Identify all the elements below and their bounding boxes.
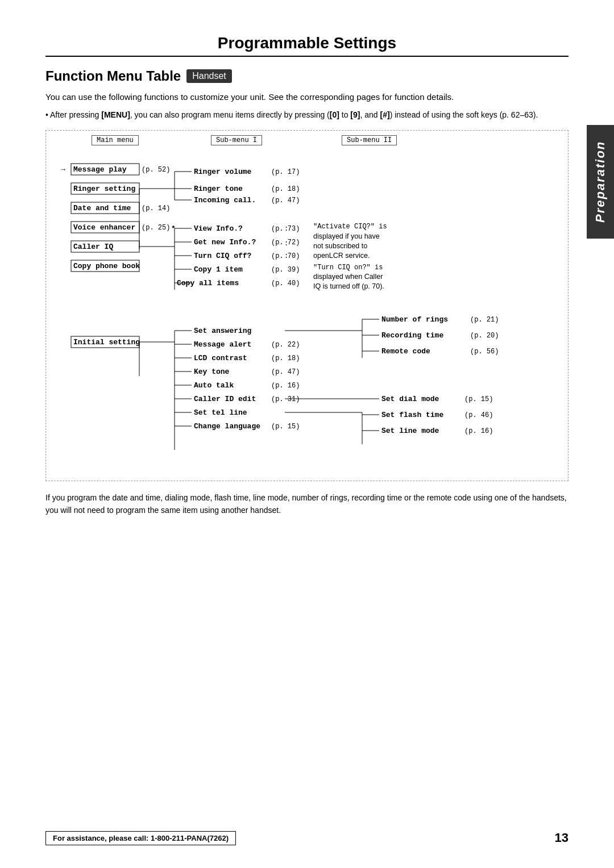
handset-badge: Handset <box>186 69 232 83</box>
intro-text: You can use the following functions to c… <box>45 91 569 104</box>
svg-text:displayed when Caller: displayed when Caller <box>313 273 383 281</box>
svg-text::: : <box>284 240 288 248</box>
header-sub2: Sub-menu II <box>342 135 397 145</box>
svg-text:(p. 17): (p. 17) <box>271 168 300 176</box>
svg-text:Set answering: Set answering <box>194 327 252 335</box>
svg-text:Auto talk: Auto talk <box>194 381 234 390</box>
svg-text:(p. 14): (p. 14) <box>142 205 170 212</box>
menu-diagram: .mn { font-family: 'Courier New', monosp… <box>55 155 595 473</box>
svg-text:Ringer setting: Ringer setting <box>73 185 135 193</box>
svg-text:Ringer tone: Ringer tone <box>194 185 243 193</box>
svg-text:(p. 31): (p. 31) <box>271 395 300 403</box>
section-heading: Function Menu Table Handset <box>45 68 569 84</box>
svg-text:Recording time: Recording time <box>381 331 443 340</box>
svg-text:Incoming call.: Incoming call. <box>194 196 256 205</box>
svg-text:→: → <box>61 165 65 174</box>
svg-text:Message alert: Message alert <box>194 340 251 349</box>
svg-text:Copy 1 item: Copy 1 item <box>194 265 243 274</box>
svg-text:LCD contrast: LCD contrast <box>194 354 247 362</box>
menu-keyword: [MENU] <box>101 110 130 119</box>
svg-text:Set dial mode: Set dial mode <box>381 395 439 403</box>
svg-text:(p. 39): (p. 39) <box>271 266 300 274</box>
svg-text:(p. 22): (p. 22) <box>271 341 300 349</box>
svg-text:(p. 47): (p. 47) <box>271 368 300 376</box>
svg-text:Set tel line: Set tel line <box>194 408 247 417</box>
bottom-note-text: If you program the date and time, dialin… <box>45 493 567 515</box>
svg-text:Caller ID edit: Caller ID edit <box>194 395 256 403</box>
svg-text:Get new Info.?: Get new Info.? <box>194 238 256 247</box>
svg-text:(p. 20): (p. 20) <box>470 332 499 340</box>
page-container: Preparation Programmable Settings Functi… <box>0 0 614 868</box>
svg-text:Message play: Message play <box>73 165 127 174</box>
page-title: Programmable Settings <box>45 34 569 57</box>
note-text: • After pressing [MENU], you can also pr… <box>45 108 569 121</box>
svg-text:(p. 47): (p. 47) <box>271 197 300 205</box>
svg-text:Change language: Change language <box>194 422 260 431</box>
page-footer: For assistance, please call: 1-800-211-P… <box>45 831 569 845</box>
svg-text:IQ is turned off (p. 70).: IQ is turned off (p. 70). <box>313 282 384 290</box>
svg-text:Caller IQ: Caller IQ <box>73 243 113 251</box>
svg-text:(p. 40): (p. 40) <box>271 279 300 287</box>
svg-text:Set line mode: Set line mode <box>381 427 439 435</box>
header-main: Main menu <box>92 135 139 145</box>
footer-assistance: For assistance, please call: 1-800-211-P… <box>45 831 236 845</box>
svg-text:not subscribed to: not subscribed to <box>313 242 367 250</box>
svg-text:View Info.?: View Info.? <box>194 224 243 233</box>
svg-text:(p. 18): (p. 18) <box>271 185 300 193</box>
svg-text:Date and time: Date and time <box>73 204 131 212</box>
section-title: Function Menu Table <box>45 68 181 84</box>
svg-text:Ringer volume: Ringer volume <box>194 168 252 176</box>
svg-text:(p. 15): (p. 15) <box>464 395 493 403</box>
svg-text:Number of rings: Number of rings <box>381 315 448 324</box>
svg-text:Initial setting: Initial setting <box>73 338 140 347</box>
page-number: 13 <box>555 831 569 845</box>
svg-text:Voice enhancer: Voice enhancer <box>73 223 135 232</box>
svg-text::: : <box>284 252 288 260</box>
header-sub1: Sub-menu I <box>211 135 262 145</box>
svg-text:displayed if you have: displayed if you have <box>313 232 380 240</box>
svg-text:openLCR service.: openLCR service. <box>313 252 370 260</box>
menu-table: Main menu Sub-menu I Sub-menu II .mn { f… <box>45 130 569 481</box>
svg-text:(p. 56): (p. 56) <box>470 348 499 356</box>
svg-text:(p. 21): (p. 21) <box>470 316 499 324</box>
svg-text:Remote code: Remote code <box>381 347 430 356</box>
svg-text:(p. 16): (p. 16) <box>464 427 493 435</box>
svg-text:(p. 15): (p. 15) <box>271 423 300 431</box>
svg-text:"Activate CIQ?" is: "Activate CIQ?" is <box>313 223 387 231</box>
svg-text::: : <box>284 225 288 233</box>
svg-text:Key tone: Key tone <box>194 368 230 376</box>
bottom-note: If you program the date and time, dialin… <box>45 491 569 517</box>
svg-text:(p. 18): (p. 18) <box>271 354 300 362</box>
svg-text:Set flash time: Set flash time <box>381 411 443 419</box>
svg-text:(p. 46): (p. 46) <box>464 411 493 419</box>
svg-text:(p. 16): (p. 16) <box>271 382 300 390</box>
svg-text:Copy phone book: Copy phone book <box>73 262 140 270</box>
key-0: [0] <box>330 110 339 119</box>
svg-text:(p. 25): (p. 25) <box>142 224 170 232</box>
svg-text:(p. 52): (p. 52) <box>142 166 170 174</box>
svg-text:Turn CIQ off?: Turn CIQ off? <box>194 252 252 260</box>
key-9: [9] <box>350 110 360 119</box>
svg-text:"Turn CIQ on?" is: "Turn CIQ on?" is <box>313 264 383 272</box>
key-hash: [#] <box>380 110 390 119</box>
svg-text:Copy all items: Copy all items <box>177 279 239 287</box>
